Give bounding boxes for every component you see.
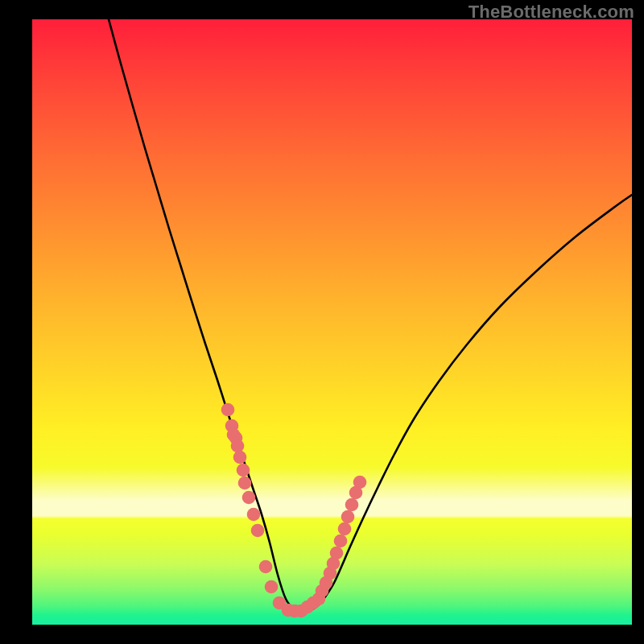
data-dot bbox=[238, 477, 252, 490]
data-dot bbox=[221, 403, 235, 417]
data-dot bbox=[247, 508, 261, 522]
watermark-text: TheBottleneck.com bbox=[469, 2, 634, 23]
data-dot bbox=[251, 524, 265, 538]
plot-area bbox=[32, 19, 632, 625]
data-dot bbox=[341, 510, 355, 524]
data-dot bbox=[231, 440, 245, 453]
data-dot bbox=[265, 580, 279, 594]
data-dot bbox=[233, 451, 247, 464]
data-dot bbox=[338, 522, 352, 536]
data-dot bbox=[334, 535, 348, 548]
data-dot bbox=[330, 547, 344, 560]
data-dot bbox=[259, 560, 273, 574]
bottleneck-curve bbox=[109, 19, 632, 611]
data-dot bbox=[242, 491, 256, 505]
data-dot bbox=[345, 498, 359, 512]
chart-svg bbox=[32, 19, 632, 625]
chart-frame: TheBottleneck.com bbox=[0, 0, 644, 644]
data-dot bbox=[353, 476, 367, 489]
data-dots bbox=[221, 403, 367, 618]
data-dot bbox=[237, 464, 250, 477]
